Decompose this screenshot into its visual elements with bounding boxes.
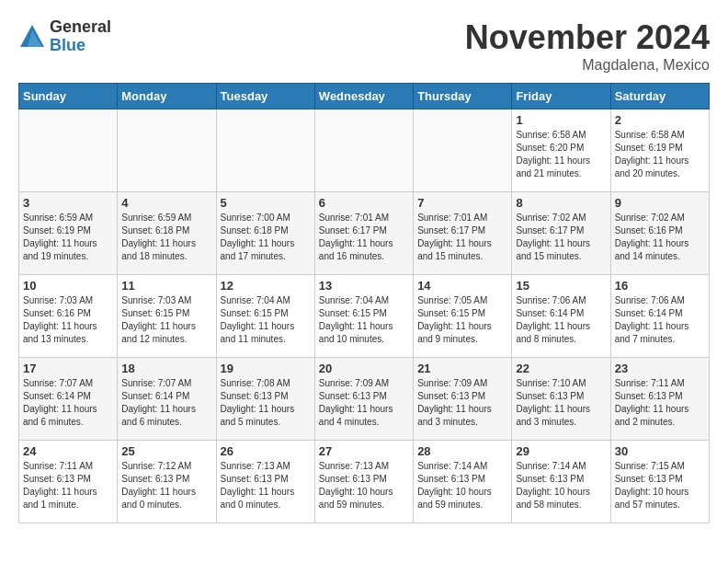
calendar-day-cell: 16Sunrise: 7:06 AM Sunset: 6:14 PM Dayli… — [610, 275, 709, 358]
day-info: Sunrise: 7:14 AM Sunset: 6:13 PM Dayligh… — [516, 460, 606, 511]
calendar-day-cell: 18Sunrise: 7:07 AM Sunset: 6:14 PM Dayli… — [118, 358, 216, 441]
day-number: 2 — [615, 113, 705, 127]
calendar-day-cell: 7Sunrise: 7:01 AM Sunset: 6:17 PM Daylig… — [414, 192, 512, 275]
logo-blue-text: Blue — [50, 37, 111, 55]
day-info: Sunrise: 7:15 AM Sunset: 6:13 PM Dayligh… — [615, 460, 705, 511]
calendar-day-cell: 20Sunrise: 7:09 AM Sunset: 6:13 PM Dayli… — [314, 358, 413, 441]
day-info: Sunrise: 7:12 AM Sunset: 6:13 PM Dayligh… — [121, 460, 211, 511]
day-number: 16 — [615, 279, 705, 293]
day-number: 11 — [121, 279, 211, 293]
weekday-header-wednesday: Wednesday — [314, 84, 413, 109]
day-number: 29 — [516, 444, 606, 458]
calendar-day-cell: 26Sunrise: 7:13 AM Sunset: 6:13 PM Dayli… — [216, 441, 314, 523]
day-number: 24 — [23, 444, 113, 458]
day-number: 26 — [221, 444, 311, 458]
day-info: Sunrise: 7:04 AM Sunset: 6:15 PM Dayligh… — [221, 294, 311, 346]
day-info: Sunrise: 7:05 AM Sunset: 6:15 PM Dayligh… — [417, 294, 507, 346]
day-info: Sunrise: 7:08 AM Sunset: 6:13 PM Dayligh… — [221, 377, 311, 429]
day-info: Sunrise: 7:11 AM Sunset: 6:13 PM Dayligh… — [615, 377, 705, 429]
calendar-week-4: 17Sunrise: 7:07 AM Sunset: 6:14 PM Dayli… — [19, 358, 710, 441]
day-info: Sunrise: 7:10 AM Sunset: 6:13 PM Dayligh… — [516, 377, 606, 429]
day-info: Sunrise: 7:00 AM Sunset: 6:18 PM Dayligh… — [221, 212, 311, 263]
day-number: 4 — [121, 196, 211, 210]
calendar-day-cell — [414, 109, 512, 192]
calendar-day-cell: 6Sunrise: 7:01 AM Sunset: 6:17 PM Daylig… — [314, 192, 413, 275]
calendar-day-cell: 29Sunrise: 7:14 AM Sunset: 6:13 PM Dayli… — [512, 441, 610, 523]
day-number: 27 — [319, 444, 409, 458]
calendar-table: SundayMondayTuesdayWednesdayThursdayFrid… — [18, 83, 710, 523]
calendar-day-cell: 9Sunrise: 7:02 AM Sunset: 6:16 PM Daylig… — [610, 192, 709, 275]
location-subtitle: Magdalena, Mexico — [465, 57, 710, 74]
day-number: 9 — [615, 196, 705, 210]
calendar-day-cell: 3Sunrise: 6:59 AM Sunset: 6:19 PM Daylig… — [19, 192, 118, 275]
day-info: Sunrise: 7:04 AM Sunset: 6:15 PM Dayligh… — [319, 294, 409, 346]
day-number: 8 — [516, 196, 606, 210]
calendar-week-1: 1Sunrise: 6:58 AM Sunset: 6:20 PM Daylig… — [19, 109, 710, 192]
calendar-day-cell: 25Sunrise: 7:12 AM Sunset: 6:13 PM Dayli… — [118, 441, 216, 523]
day-number: 3 — [23, 196, 113, 210]
day-info: Sunrise: 7:02 AM Sunset: 6:17 PM Dayligh… — [516, 212, 606, 263]
calendar-day-cell: 2Sunrise: 6:58 AM Sunset: 6:19 PM Daylig… — [610, 109, 709, 192]
day-info: Sunrise: 7:09 AM Sunset: 6:13 PM Dayligh… — [417, 377, 507, 429]
day-number: 25 — [121, 444, 211, 458]
calendar-day-cell: 27Sunrise: 7:13 AM Sunset: 6:13 PM Dayli… — [314, 441, 413, 523]
logo-text: General Blue — [50, 18, 111, 55]
calendar-day-cell — [216, 109, 314, 192]
weekday-header-thursday: Thursday — [414, 84, 512, 109]
calendar-day-cell — [118, 109, 216, 192]
day-number: 7 — [417, 196, 507, 210]
calendar-week-2: 3Sunrise: 6:59 AM Sunset: 6:19 PM Daylig… — [19, 192, 710, 275]
calendar-day-cell: 8Sunrise: 7:02 AM Sunset: 6:17 PM Daylig… — [512, 192, 610, 275]
day-number: 19 — [221, 362, 311, 375]
header-area: General Blue November 2024 Magdalena, Me… — [18, 18, 710, 74]
calendar-day-cell: 21Sunrise: 7:09 AM Sunset: 6:13 PM Dayli… — [414, 358, 512, 441]
calendar-day-cell: 1Sunrise: 6:58 AM Sunset: 6:20 PM Daylig… — [512, 109, 610, 192]
day-number: 6 — [319, 196, 409, 210]
calendar-day-cell: 17Sunrise: 7:07 AM Sunset: 6:14 PM Dayli… — [19, 358, 118, 441]
calendar-day-cell: 15Sunrise: 7:06 AM Sunset: 6:14 PM Dayli… — [512, 275, 610, 358]
day-info: Sunrise: 6:58 AM Sunset: 6:19 PM Dayligh… — [615, 129, 705, 180]
calendar-day-cell: 28Sunrise: 7:14 AM Sunset: 6:13 PM Dayli… — [414, 441, 512, 523]
day-info: Sunrise: 6:58 AM Sunset: 6:20 PM Dayligh… — [516, 129, 606, 180]
day-number: 20 — [319, 362, 409, 375]
weekday-header-row: SundayMondayTuesdayWednesdayThursdayFrid… — [19, 84, 710, 109]
calendar-day-cell: 11Sunrise: 7:03 AM Sunset: 6:15 PM Dayli… — [118, 275, 216, 358]
day-info: Sunrise: 7:13 AM Sunset: 6:13 PM Dayligh… — [221, 460, 311, 511]
logo-icon — [18, 23, 46, 51]
day-info: Sunrise: 7:06 AM Sunset: 6:14 PM Dayligh… — [516, 294, 606, 346]
title-area: November 2024 Magdalena, Mexico — [465, 18, 710, 74]
calendar-day-cell: 30Sunrise: 7:15 AM Sunset: 6:13 PM Dayli… — [610, 441, 709, 523]
day-info: Sunrise: 7:03 AM Sunset: 6:15 PM Dayligh… — [121, 294, 211, 346]
day-number: 15 — [516, 279, 606, 293]
day-info: Sunrise: 7:09 AM Sunset: 6:13 PM Dayligh… — [319, 377, 409, 429]
calendar-day-cell: 23Sunrise: 7:11 AM Sunset: 6:13 PM Dayli… — [610, 358, 709, 441]
calendar-day-cell — [19, 109, 118, 192]
calendar-week-3: 10Sunrise: 7:03 AM Sunset: 6:16 PM Dayli… — [19, 275, 710, 358]
calendar-day-cell: 19Sunrise: 7:08 AM Sunset: 6:13 PM Dayli… — [216, 358, 314, 441]
day-number: 17 — [23, 362, 113, 375]
day-number: 22 — [516, 362, 606, 375]
logo-general-text: General — [50, 18, 111, 37]
day-number: 1 — [516, 113, 606, 127]
day-info: Sunrise: 7:06 AM Sunset: 6:14 PM Dayligh… — [615, 294, 705, 346]
day-info: Sunrise: 7:01 AM Sunset: 6:17 PM Dayligh… — [417, 212, 507, 263]
calendar-day-cell: 12Sunrise: 7:04 AM Sunset: 6:15 PM Dayli… — [216, 275, 314, 358]
day-info: Sunrise: 7:01 AM Sunset: 6:17 PM Dayligh… — [319, 212, 409, 263]
day-info: Sunrise: 7:14 AM Sunset: 6:13 PM Dayligh… — [417, 460, 507, 511]
day-number: 13 — [319, 279, 409, 293]
day-info: Sunrise: 7:11 AM Sunset: 6:13 PM Dayligh… — [23, 460, 113, 511]
calendar-week-5: 24Sunrise: 7:11 AM Sunset: 6:13 PM Dayli… — [19, 441, 710, 523]
day-number: 5 — [221, 196, 311, 210]
day-info: Sunrise: 7:13 AM Sunset: 6:13 PM Dayligh… — [319, 460, 409, 511]
day-info: Sunrise: 7:07 AM Sunset: 6:14 PM Dayligh… — [23, 377, 113, 429]
calendar-day-cell: 13Sunrise: 7:04 AM Sunset: 6:15 PM Dayli… — [314, 275, 413, 358]
logo: General Blue — [18, 18, 111, 55]
day-info: Sunrise: 6:59 AM Sunset: 6:18 PM Dayligh… — [121, 212, 211, 263]
month-title: November 2024 — [465, 18, 710, 57]
day-info: Sunrise: 7:07 AM Sunset: 6:14 PM Dayligh… — [121, 377, 211, 429]
day-number: 21 — [417, 362, 507, 375]
day-number: 10 — [23, 279, 113, 293]
calendar-day-cell: 4Sunrise: 6:59 AM Sunset: 6:18 PM Daylig… — [118, 192, 216, 275]
day-info: Sunrise: 7:02 AM Sunset: 6:16 PM Dayligh… — [615, 212, 705, 263]
day-number: 28 — [417, 444, 507, 458]
